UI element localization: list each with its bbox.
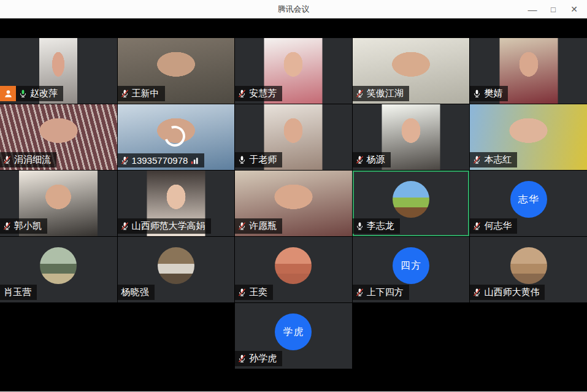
participant-label: 孙学虎 [235,351,282,366]
participant-tile[interactable]: 樊婧 [470,38,587,104]
mic-icon [472,155,481,164]
participant-tile[interactable]: 安慧芳 [235,38,352,104]
photo-avatar [393,181,429,218]
mic-icon [472,89,481,98]
photo-avatar [158,247,194,284]
mic-icon [355,155,364,164]
window-title: 腾讯会议 [278,4,310,15]
close-button[interactable]: ✕ [564,0,585,18]
participant-name: 孙学虎 [249,353,277,364]
participant-name: 山西师大黄伟 [484,286,539,298]
mic-icon [237,89,247,98]
participant-name: 安慧芳 [249,88,277,99]
participant-label: 涓涓细流 [0,152,56,167]
participant-name: 13935770978 [132,155,188,166]
participant-label: 山西师范大学高娟 [118,218,211,234]
photo-avatar [40,247,77,284]
participant-name: 杨源 [367,154,385,166]
initials-avatar: 志华 [510,181,547,218]
participant-tile[interactable]: 许愿瓶 [235,171,352,236]
mic-icon [472,288,481,297]
participant-label: 许愿瓶 [235,218,282,234]
mic-icon [120,156,129,165]
network-signal-icon [190,156,199,165]
participant-tile[interactable]: 王奕 [235,237,352,302]
participant-tile[interactable]: 本志红 [470,104,587,170]
mic-icon [237,288,247,297]
participant-tile[interactable]: 杨晓强 [118,237,235,302]
participant-tile[interactable]: 杨源 [353,104,470,170]
avatar-initials: 志华 [518,193,539,206]
participant-name: 何志华 [484,220,512,232]
participant-label: 何志华 [470,218,517,234]
mic-icon [120,221,129,231]
mic-icon [355,221,364,231]
participant-tile[interactable]: 肖玉营 [0,237,117,302]
participant-tile[interactable]: 13935770978 [118,104,235,170]
participant-name: 上下四方 [367,286,404,298]
participant-tile[interactable]: 志华 何志华 [470,171,587,236]
mic-icon [355,89,364,98]
participant-label: 杨晓强 [118,285,155,300]
participant-label: 安慧芳 [235,86,282,101]
participant-tile[interactable]: 笑傲江湖 [353,38,470,104]
participant-label: 上下四方 [353,285,409,300]
participant-name: 笑傲江湖 [367,88,404,99]
participant-name: 樊婧 [484,88,502,99]
participant-label: 杨源 [353,152,391,167]
participant-name: 郭小凯 [14,220,42,232]
mic-icon [18,89,28,98]
video-feed [499,38,558,104]
maximize-button[interactable]: □ [543,0,564,18]
mic-icon [237,155,247,164]
photo-avatar [510,247,547,284]
participant-label: 王奕 [235,285,273,300]
participant-name: 杨晓强 [121,286,149,298]
participant-name: 肖玉营 [4,286,31,298]
participant-tile[interactable]: 王新中 [118,38,235,104]
participant-name: 王新中 [132,88,159,99]
mic-icon [237,354,247,363]
participant-tile[interactable]: 山西师范大学高娟 [118,171,235,236]
participant-label: 于老师 [235,152,282,167]
participant-label: 山西师大黄伟 [470,285,545,300]
participant-label: 郭小凯 [0,218,47,234]
video-grid: 赵改萍 王新中 安慧芳 笑傲江湖 [0,38,587,369]
participant-tile[interactable]: 涓涓细流 [0,104,117,170]
participant-name: 李志龙 [367,220,394,232]
mic-icon [472,221,481,231]
participant-tile[interactable]: 李志龙 [353,171,470,236]
participant-name: 许愿瓶 [249,220,277,232]
participant-tile[interactable]: 山西师大黄伟 [470,237,587,302]
window-titlebar: 腾讯会议 — □ ✕ [0,0,587,18]
participant-label: 13935770978 [118,153,205,167]
participant-tile[interactable]: 郭小凯 [0,171,117,236]
mic-icon [120,89,129,98]
participant-tile[interactable]: 赵改萍 [0,38,117,104]
participant-label: 本志红 [470,152,517,167]
participant-label: 王新中 [118,86,165,101]
participant-name: 山西师范大学高娟 [132,220,205,232]
participant-label: 樊婧 [470,86,508,101]
avatar-initials: 学虎 [283,326,304,339]
mic-icon [237,221,247,231]
photo-avatar [275,247,312,284]
participant-label: 肖玉营 [0,285,37,300]
participant-label: 笑傲江湖 [353,86,409,101]
initials-avatar: 四方 [393,247,429,284]
avatar-initials: 四方 [401,259,421,272]
video-feed [382,104,440,170]
host-badge-icon [0,86,16,101]
participant-name: 于老师 [249,154,277,166]
mic-icon [2,155,12,164]
participant-tile[interactable]: 四方 上下四方 [353,237,470,302]
participant-name: 王奕 [249,286,267,298]
minimize-button[interactable]: — [522,0,543,18]
initials-avatar: 学虎 [275,313,312,350]
mic-icon [2,221,12,231]
participant-label: 李志龙 [353,218,400,234]
participant-tile[interactable]: 于老师 [235,104,352,170]
participant-name: 赵改萍 [30,88,58,99]
participant-tile[interactable]: 学虎 孙学虎 [235,303,352,369]
window-controls: — □ ✕ [522,0,585,18]
